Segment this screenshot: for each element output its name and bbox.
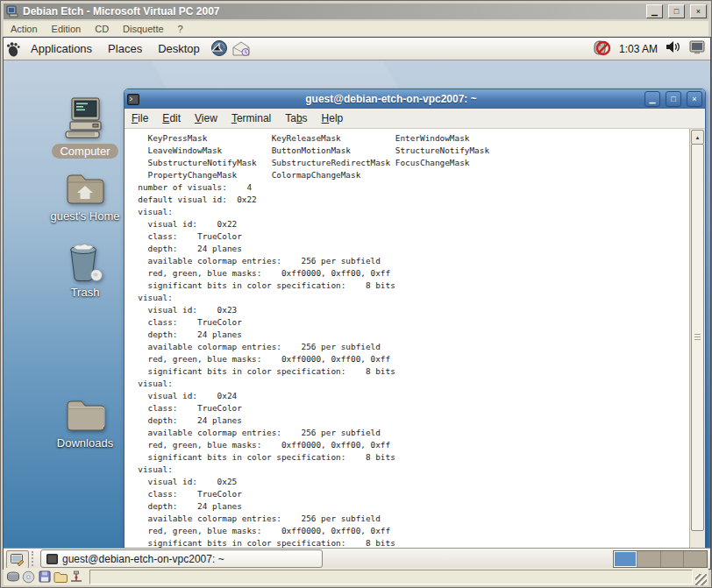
folder-icon [64, 397, 106, 434]
computer-icon [65, 97, 106, 141]
terminal-line-default-visual-id-0x22: default visual id: 0x22 [128, 194, 689, 206]
terminal-line-class-truecolor: class: TrueColor [128, 230, 689, 243]
terminal-window: guest@debian-etch-on-vpc2007: ~ ▁ □ × Fi… [124, 89, 706, 565]
resize-grip[interactable] [695, 574, 707, 585]
terminal-line-class-truecolor: class: TrueColor [128, 316, 689, 329]
terminal-minimize-button[interactable]: ▁ [644, 91, 660, 107]
terminal-line-class-truecolor: class: TrueColor [128, 488, 689, 500]
terminal-line-red-green-blue-masks-0xff0000-0xff00-0xff: red, green, blue masks: 0xff0000, 0xff00… [128, 267, 689, 280]
network-icon[interactable] [68, 570, 83, 584]
panel-menu-places[interactable]: Places [100, 42, 150, 55]
terminal-line-depth-24-planes: depth: 24 planes [128, 500, 689, 513]
vpc-menubar: ActionEditionCDDisquette? [4, 21, 708, 36]
workspace-1[interactable] [614, 551, 637, 567]
hard-disk-icon[interactable] [5, 570, 20, 584]
gnome-top-panel: ApplicationsPlacesDesktop [4, 38, 710, 60]
terminal-menu-help[interactable]: Help [315, 112, 351, 124]
vpc-menu-disquette[interactable]: Disquette [116, 24, 170, 34]
terminal-maximize-button[interactable]: □ [666, 91, 681, 107]
desktop-icon-label: Trash [68, 286, 103, 299]
panel-tray: 1:03 AM [591, 39, 710, 60]
terminal-titlebar[interactable]: guest@debian-etch-on-vpc2007: ~ ▁ □ × [125, 89, 705, 109]
panel-handle[interactable] [32, 551, 36, 566]
vpc-statusbar [4, 568, 708, 585]
panel-clock[interactable]: 1:03 AM [619, 43, 658, 55]
taskbar-terminal-button[interactable]: guest@debian-etch-on-vpc2007: ~ [40, 549, 323, 568]
shared-folder-icon[interactable] [53, 570, 68, 584]
gnome-panel-menus: ApplicationsPlacesDesktop [23, 42, 208, 55]
web-browser-launcher-icon[interactable] [210, 39, 229, 59]
terminal-line-visual: visual: [128, 206, 689, 218]
workspace-switcher [613, 550, 708, 568]
terminal-line-depth-24-planes: depth: 24 planes [128, 243, 689, 255]
scrollbar-thumb[interactable] [691, 144, 704, 531]
workspace-2[interactable] [637, 551, 661, 567]
terminal-line-significant-bits-in-color-specification-8-bits: significant bits in color specification:… [128, 451, 689, 464]
vpc-menu-cd[interactable]: CD [88, 24, 116, 34]
maximize-button[interactable]: □ [668, 4, 685, 18]
desktop-icon-label: guest's Home [46, 209, 123, 223]
volume-icon[interactable] [666, 40, 681, 57]
panel-menu-applications[interactable]: Applications [23, 42, 100, 55]
terminal-line-available-colormap-entries-256-per-subfield: available colormap entries: 256 per subf… [128, 427, 689, 439]
status-message-area [89, 570, 693, 584]
mouse-disabled-icon[interactable] [591, 39, 611, 60]
desktop-icon-trash[interactable]: Trash [45, 241, 125, 299]
terminal-icon [127, 94, 139, 105]
terminal-line-visual: visual: [128, 292, 689, 304]
terminal-menu-tabs[interactable]: Tabs [278, 112, 314, 124]
terminal-line-depth-24-planes: depth: 24 planes [128, 329, 689, 341]
vpc-menu-action[interactable]: Action [4, 24, 45, 34]
desktop-icon-label: Computer [52, 144, 117, 159]
display-tray-icon[interactable] [689, 40, 706, 58]
window-title: Debian Etch - Microsoft Virtual PC 2007 [23, 5, 641, 18]
floppy-drive-icon[interactable] [37, 570, 52, 584]
desktop-icon-home[interactable]: guest's Home [45, 171, 125, 223]
desktop-icon-label: Downloads [53, 436, 117, 450]
terminal-menu-terminal[interactable]: Terminal [224, 112, 278, 124]
terminal-line-red-green-blue-masks-0xff0000-0xff00-0xff: red, green, blue masks: 0xff0000, 0xff00… [128, 525, 689, 537]
vpc-app-icon [6, 5, 19, 18]
cd-drive-icon[interactable] [21, 570, 36, 584]
vpc-menu-edition[interactable]: Edition [45, 24, 89, 34]
gnome-foot-icon[interactable] [4, 39, 23, 59]
home-folder-icon [65, 171, 105, 207]
terminal-line-red-green-blue-masks-0xff0000-0xff00-0xff: red, green, blue masks: 0xff0000, 0xff00… [128, 353, 689, 365]
panel-menu-desktop[interactable]: Desktop [150, 42, 208, 55]
terminal-line-red-green-blue-masks-0xff0000-0xff00-0xff: red, green, blue masks: 0xff0000, 0xff00… [128, 439, 689, 451]
close-button[interactable]: × [690, 4, 707, 18]
trash-icon [65, 241, 105, 283]
terminal-line-visual-id-0x24: visual id: 0x24 [128, 390, 689, 402]
virtual-pc-window: Debian Etch - Microsoft Virtual PC 2007 … [0, 0, 712, 588]
terminal-menu-file[interactable]: File [125, 112, 155, 124]
desktop-icon-computer[interactable]: Computer [45, 97, 125, 159]
terminal-line-available-colormap-entries-256-per-subfield: available colormap entries: 256 per subf… [128, 255, 689, 267]
terminal-line-visual-id-0x22: visual id: 0x22 [128, 218, 689, 230]
terminal-close-button[interactable]: × [687, 91, 702, 107]
terminal-line-visual-id-0x25: visual id: 0x25 [128, 476, 689, 488]
terminal-menu-view[interactable]: View [188, 112, 224, 124]
minimize-button[interactable]: ▁ [646, 4, 663, 18]
desktop[interactable]: Computer guest's Home Trash [4, 60, 710, 548]
show-desktop-button[interactable] [6, 550, 29, 569]
terminal-line-propertychangemask-colormapchangemask: PropertyChangeMask ColormapChangeMask [128, 169, 689, 181]
terminal-menu-edit[interactable]: Edit [155, 112, 188, 124]
desktop-icon-downloads[interactable]: Downloads [45, 397, 125, 450]
terminal-line-visual: visual: [128, 464, 689, 476]
vpc-menu-4[interactable]: ? [171, 24, 190, 34]
terminal-line-leavewindowmask-buttonmotionmask-structurenotifymask: LeaveWindowMask ButtonMotionMask Structu… [128, 145, 689, 157]
terminal-line-number-of-visuals-4: number of visuals: 4 [128, 181, 689, 194]
vpc-titlebar[interactable]: Debian Etch - Microsoft Virtual PC 2007 … [4, 4, 708, 19]
terminal-body[interactable]: KeyPressMask KeyReleaseMask EnterWindowM… [125, 129, 705, 564]
workspace-3[interactable] [661, 551, 685, 567]
terminal-window-title: guest@debian-etch-on-vpc2007: ~ [143, 93, 639, 105]
vm-display: ApplicationsPlacesDesktop [3, 37, 711, 570]
terminal-scrollbar[interactable]: ▲ ▼ [689, 129, 705, 564]
email-launcher-icon[interactable] [231, 39, 251, 59]
terminal-line-visual-id-0x23: visual id: 0x23 [128, 304, 689, 316]
gnome-bottom-panel: guest@debian-etch-on-vpc2007: ~ [4, 548, 710, 569]
terminal-line-class-truecolor: class: TrueColor [128, 402, 689, 414]
terminal-line-significant-bits-in-color-specification-8-bits: significant bits in color specification:… [128, 280, 689, 292]
scroll-up-button[interactable]: ▲ [691, 130, 704, 145]
workspace-4[interactable] [684, 551, 707, 567]
